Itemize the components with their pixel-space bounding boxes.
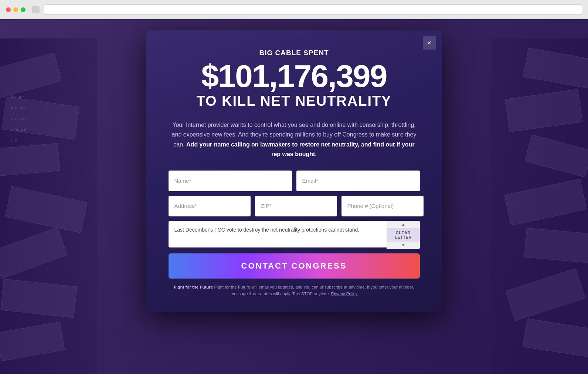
scroll-up-button[interactable]: ▲: [387, 221, 420, 228]
modal-description: Your Internet provider wants to control …: [169, 120, 420, 159]
traffic-light-yellow[interactable]: [13, 7, 18, 12]
form-row-2: [169, 196, 420, 216]
url-bar[interactable]: [44, 4, 582, 15]
scroll-down-button[interactable]: ▼: [387, 242, 420, 249]
traffic-light-red[interactable]: [6, 7, 11, 12]
fine-print-text-1: Fight for the Future Fight for the Futur…: [174, 285, 414, 296]
fine-print: Fight for the Future Fight for the Futur…: [169, 284, 420, 297]
traffic-light-green[interactable]: [21, 7, 26, 12]
traffic-lights: [6, 7, 26, 12]
background-overlay: Future the Inte civic ca alongsid o li ×…: [0, 19, 588, 374]
phone-input[interactable]: [341, 196, 424, 216]
zip-input[interactable]: [255, 196, 337, 216]
contact-congress-button[interactable]: CONTACT CONGRESS: [169, 253, 420, 279]
letter-row: Last December's FCC vote to destroy the …: [169, 221, 420, 249]
clear-letter-button[interactable]: CLEAR LETTER: [387, 228, 420, 242]
address-input[interactable]: [169, 196, 251, 216]
modal-dialog: × BIG CABLE SPENT $101,176,399 TO KILL N…: [146, 30, 442, 312]
modal-tagline: BIG CABLE SPENT: [169, 49, 420, 57]
modal-subtitle: TO KILL NET NEUTRALITY: [169, 93, 420, 109]
modal-big-number: $101,176,399: [169, 60, 420, 92]
email-input[interactable]: [296, 171, 420, 191]
name-input[interactable]: [169, 171, 292, 191]
privacy-policy-link[interactable]: Privacy Policy: [331, 292, 358, 296]
browser-chrome: [0, 0, 588, 19]
letter-sidebar: ▲ CLEAR LETTER ▼: [387, 221, 420, 249]
letter-textarea[interactable]: Last December's FCC vote to destroy the …: [169, 221, 420, 247]
close-button[interactable]: ×: [423, 36, 436, 50]
modal-header: BIG CABLE SPENT $101,176,399 TO KILL NET…: [169, 49, 420, 109]
form-row-1: [169, 171, 420, 191]
description-bold: Add your name calling on lawmakers to re…: [186, 141, 415, 157]
modal-backdrop: × BIG CABLE SPENT $101,176,399 TO KILL N…: [0, 19, 588, 374]
browser-tab-icon: [32, 6, 40, 13]
